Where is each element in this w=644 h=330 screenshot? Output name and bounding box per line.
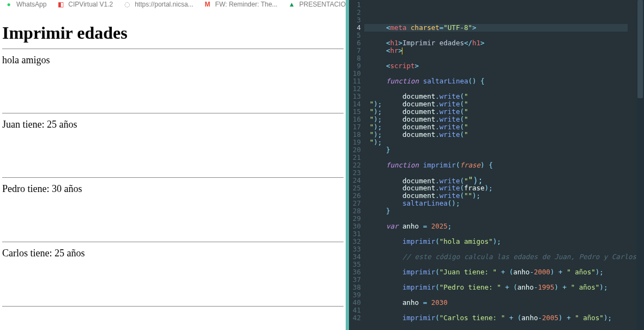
- page-title: Imprimir edades: [2, 23, 344, 43]
- code-line[interactable]: [370, 291, 636, 299]
- code-line[interactable]: imprimir("Juan tiene: " + (anho-2000) + …: [370, 268, 636, 276]
- spacer: [2, 259, 344, 302]
- code-line[interactable]: // este código calcula las edades de Jua…: [370, 253, 636, 261]
- code-line[interactable]: [370, 230, 636, 238]
- spacer: [2, 195, 344, 237]
- bookmark-label: https://portal.nicsa...: [135, 1, 193, 8]
- bookmark-label: FW: Reminder: The...: [215, 1, 278, 8]
- bookmark-gdrive[interactable]: ▲ PRESENTACIONES...: [287, 0, 346, 9]
- code-line[interactable]: [370, 32, 636, 39]
- code-line[interactable]: function imprimir(frase) {: [370, 161, 636, 169]
- code-line[interactable]: imprimir("hola amigos");: [370, 238, 636, 245]
- hr-divider: [2, 242, 344, 242]
- code-line[interactable]: [370, 154, 636, 161]
- output-line: Juan tiene: 25 años: [2, 119, 344, 130]
- code-line[interactable]: [370, 70, 636, 77]
- code-line[interactable]: imprimir("Carlos tiene: " + (anho-2005) …: [370, 314, 636, 322]
- code-line[interactable]: imprimir("Pedro tiene: " + (anho-1995) +…: [370, 284, 636, 291]
- code-line[interactable]: }: [370, 207, 636, 215]
- code-line[interactable]: document.write("");: [370, 131, 636, 139]
- code-line[interactable]: document.write("");: [370, 192, 636, 200]
- bookmark-portal[interactable]: ◌ https://portal.nicsa...: [123, 0, 193, 9]
- line-number-gutter: 1234567891011121314151617181920212223242…: [349, 0, 364, 330]
- code-line[interactable]: document.write("");: [370, 100, 636, 108]
- page-content: Imprimir edades hola amigos Juan tiene: …: [0, 9, 346, 315]
- output-line: hola amigos: [2, 55, 344, 66]
- output-line: Carlos tiene: 25 años: [2, 248, 344, 259]
- bookmark-whatsapp[interactable]: ● WhatsApp: [4, 0, 46, 9]
- code-line[interactable]: document.write("");: [370, 116, 636, 123]
- code-line[interactable]: [370, 276, 636, 284]
- bookmark-gmail[interactable]: M FW: Reminder: The...: [203, 0, 278, 9]
- gdrive-icon: ▲: [287, 0, 296, 9]
- bookmark-cipvirtual[interactable]: ◧ CIPVirtual V1.2: [56, 0, 113, 9]
- code-line[interactable]: function saltarLinea() {: [370, 77, 636, 85]
- code-line[interactable]: var anho = 2025;: [370, 223, 636, 230]
- code-line[interactable]: [370, 169, 636, 177]
- code-line[interactable]: <meta charset="UTF-8">: [370, 24, 636, 32]
- code-line[interactable]: document.write("");: [370, 93, 636, 100]
- code-area[interactable]: <meta charset="UTF-8"> <h1>Imprimir edad…: [364, 0, 636, 330]
- code-line[interactable]: [370, 261, 636, 268]
- hr-divider: [2, 49, 344, 49]
- code-line[interactable]: [370, 85, 636, 93]
- code-line[interactable]: }: [370, 146, 636, 154]
- code-line[interactable]: saltarLinea();: [370, 200, 636, 207]
- code-line[interactable]: [370, 139, 636, 146]
- code-line[interactable]: <h1>Imprimir edades</h1>: [370, 39, 636, 47]
- browser-pane: ● WhatsApp ◧ CIPVirtual V1.2 ◌ https://p…: [0, 0, 346, 330]
- code-line[interactable]: [370, 245, 636, 253]
- code-line[interactable]: [370, 55, 636, 62]
- code-line[interactable]: document.write("");: [370, 177, 636, 184]
- code-line[interactable]: document.write("");: [370, 108, 636, 116]
- hr-divider: [2, 306, 344, 307]
- code-line[interactable]: anho = 2030: [370, 299, 636, 307]
- output-line: Pedro tiene: 30 años: [2, 183, 344, 195]
- bookmark-bar: ● WhatsApp ◧ CIPVirtual V1.2 ◌ https://p…: [0, 0, 346, 9]
- spacer: [2, 66, 344, 109]
- code-line[interactable]: document.write("");: [370, 123, 636, 131]
- code-line[interactable]: <hr>: [370, 47, 636, 55]
- hr-divider: [2, 113, 344, 113]
- gmail-icon: M: [203, 0, 212, 9]
- scrollbar-thumb[interactable]: [637, 0, 643, 98]
- editor-scrollbar[interactable]: [636, 0, 644, 330]
- spacer: [2, 130, 344, 173]
- globe-icon: ◌: [123, 0, 131, 9]
- hr-divider: [2, 177, 344, 178]
- code-line[interactable]: [370, 215, 636, 223]
- code-line[interactable]: <script>: [370, 62, 636, 70]
- cip-icon: ◧: [56, 0, 65, 9]
- code-line[interactable]: [370, 307, 636, 314]
- code-line[interactable]: document.write(frase);: [370, 184, 636, 192]
- bookmark-label: PRESENTACIONES...: [299, 1, 346, 8]
- code-line[interactable]: [370, 322, 636, 329]
- whatsapp-icon: ●: [4, 0, 13, 9]
- bookmark-label: WhatsApp: [16, 1, 46, 8]
- bookmark-label: CIPVirtual V1.2: [68, 1, 113, 8]
- editor-pane: 1234567891011121314151617181920212223242…: [346, 0, 644, 330]
